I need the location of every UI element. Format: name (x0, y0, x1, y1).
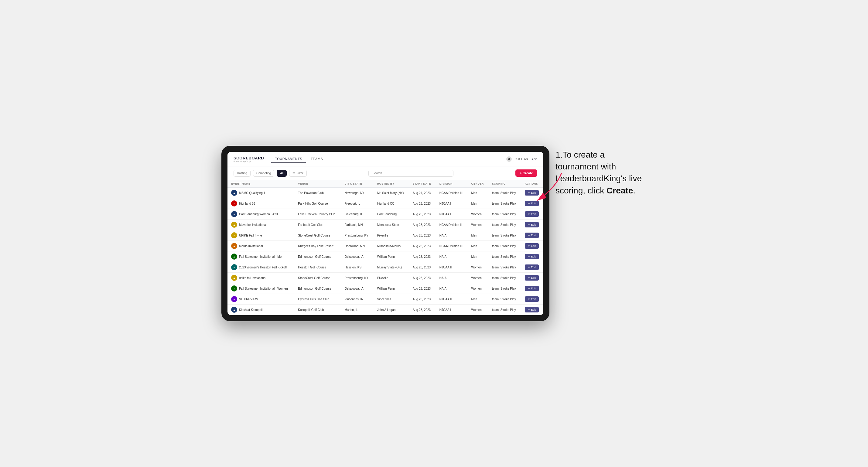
col-venue: VENUE (294, 180, 341, 188)
header-right: ⚙ Test User Sign (506, 156, 537, 162)
gender-cell: Men (468, 241, 488, 251)
edit-button[interactable]: ✏ Edit (525, 211, 539, 217)
division-cell: NJCAA I (436, 198, 468, 209)
actions-cell: ✏ Edit (521, 305, 543, 315)
actions-cell: ✏ Edit (521, 241, 543, 251)
event-name-cell: ▲ 2023 Women's Hesston Fall Kickoff (227, 262, 294, 273)
event-name: MSMC Qualifying 1 (239, 191, 265, 195)
team-icon: ▲ (231, 296, 237, 302)
event-name-wrapper: ▲ upike fall invitational (231, 275, 291, 281)
division-cell: NAIA (436, 283, 468, 294)
table-row: ▲ UPIKE Fall Invite StoneCrest Golf Cour… (227, 230, 543, 241)
header-signin[interactable]: Sign (531, 157, 537, 161)
event-name-cell: ▲ VU PREVIEW (227, 294, 294, 305)
edit-button[interactable]: ✏ Edit (525, 254, 539, 259)
actions-cell: ✏ Edit (521, 251, 543, 262)
gender-cell: Women (468, 220, 488, 230)
team-icon: ▲ (231, 264, 237, 270)
filter-hosting-button[interactable]: Hosting (234, 170, 251, 177)
filter-button[interactable]: ☰ Filter (289, 170, 306, 177)
tab-tournaments[interactable]: TOURNAMENTS (271, 155, 306, 163)
team-icon: ▲ (231, 211, 237, 217)
event-name: Highland 36 (239, 202, 255, 205)
table-row: ▲ Fall Statesmen Invitational - Men Edmu… (227, 251, 543, 262)
hosted-by-cell: Vincennes (374, 294, 409, 305)
table-container: EVENT NAME VENUE CITY, STATE HOSTED BY S… (227, 180, 543, 315)
annotation-arrow (531, 170, 568, 207)
division-cell: NCAA Division III (436, 241, 468, 251)
gender-cell: Men (468, 188, 488, 198)
event-name: Morris Invitational (239, 244, 263, 248)
event-name: 2023 Women's Hesston Fall Kickoff (239, 266, 287, 269)
start-date-cell: Aug 28, 2023 (409, 305, 436, 315)
edit-button[interactable]: ✏ Edit (525, 275, 539, 281)
edit-button[interactable]: ✏ Edit (525, 286, 539, 291)
city-cell: Deerwood, MN (341, 241, 373, 251)
filter-icon: ☰ (292, 172, 295, 175)
filter-competing-button[interactable]: Competing (253, 170, 274, 177)
hosted-by-cell: Minnesota State (374, 220, 409, 230)
page-wrapper: SCOREBOARD Powered by Clippit TOURNAMENT… (221, 146, 647, 321)
actions-cell: ✏ Edit (521, 220, 543, 230)
start-date-cell: Aug 28, 2023 (409, 230, 436, 241)
table-body: ▲ MSMC Qualifying 1 The Powelton ClubNew… (227, 188, 543, 315)
team-icon: ▲ (231, 285, 237, 291)
edit-button[interactable]: ✏ Edit (525, 307, 539, 312)
start-date-cell: Aug 28, 2023 (409, 220, 436, 230)
city-cell: Vincennes, IN (341, 294, 373, 305)
city-cell: Newburgh, NY (341, 188, 373, 198)
filter-label: Filter (297, 172, 303, 175)
table-row: ▲ VU PREVIEW Cypress Hills Golf ClubVinc… (227, 294, 543, 305)
city-cell: Marion, IL (341, 305, 373, 315)
division-cell: NJCAA I (436, 305, 468, 315)
division-cell: NAIA (436, 273, 468, 283)
scoring-cell: team, Stroke Play (488, 198, 521, 209)
event-name-wrapper: ▲ MSMC Qualifying 1 (231, 190, 291, 196)
table-row: ▲ Fall Statesmen Invitational - Women Ed… (227, 283, 543, 294)
scoring-cell: team, Stroke Play (488, 220, 521, 230)
edit-button[interactable]: ✏ Edit (525, 222, 539, 227)
division-cell: NAIA (436, 251, 468, 262)
venue-cell: Edmundson Golf Course (294, 283, 341, 294)
filter-all-button[interactable]: All (277, 170, 287, 177)
search-input[interactable] (368, 170, 454, 177)
hosted-by-cell: Carl Sandburg (374, 209, 409, 220)
table-row: ▲ MSMC Qualifying 1 The Powelton ClubNew… (227, 188, 543, 198)
hosted-by-cell: William Penn (374, 283, 409, 294)
gear-icon[interactable]: ⚙ (506, 156, 512, 162)
gender-cell: Women (468, 305, 488, 315)
city-cell: Faribault, MN (341, 220, 373, 230)
event-name: upike fall invitational (239, 276, 266, 280)
venue-cell: Park Hills Golf Course (294, 198, 341, 209)
event-name-cell: ▲ Fall Statesmen Invitational - Women (227, 283, 294, 294)
hosted-by-cell: Murray State (OK) (374, 262, 409, 273)
actions-cell: ✏ Edit (521, 294, 543, 305)
event-name: Fall Statesmen Invitational - Women (239, 287, 288, 290)
start-date-cell: Aug 28, 2023 (409, 294, 436, 305)
event-name: VU PREVIEW (239, 298, 258, 301)
actions-cell: ✏ Edit (521, 262, 543, 273)
team-icon: ▲ (231, 200, 237, 207)
city-cell: Freeport, IL (341, 198, 373, 209)
hosted-by-cell: Pikeville (374, 230, 409, 241)
team-icon: ▲ (231, 243, 237, 249)
division-cell: NAIA (436, 230, 468, 241)
division-cell: NCAA Division III (436, 188, 468, 198)
event-name-cell: ▲ Carl Sandburg Women FA23 (227, 209, 294, 220)
edit-button[interactable]: ✏ Edit (525, 297, 539, 302)
gender-cell: Men (468, 198, 488, 209)
edit-button[interactable]: ✏ Edit (525, 264, 539, 270)
edit-button[interactable]: ✏ Edit (525, 243, 539, 249)
edit-button[interactable]: ✏ Edit (525, 232, 539, 238)
tab-teams[interactable]: TEAMS (307, 155, 327, 163)
tablet-frame: SCOREBOARD Powered by Clippit TOURNAMENT… (221, 146, 550, 321)
app-header: SCOREBOARD Powered by Clippit TOURNAMENT… (227, 152, 543, 166)
nav-tabs: TOURNAMENTS TEAMS (271, 155, 506, 163)
event-name-cell: ▲ Highland 36 (227, 198, 294, 209)
event-name-wrapper: ▲ VU PREVIEW (231, 296, 291, 302)
team-icon: ▲ (231, 222, 237, 228)
scoring-cell: team, Stroke Play (488, 305, 521, 315)
venue-cell: Ruttger's Bay Lake Resort (294, 241, 341, 251)
event-name-wrapper: ▲ Maverick Invitational (231, 222, 291, 228)
gender-cell: Women (468, 283, 488, 294)
